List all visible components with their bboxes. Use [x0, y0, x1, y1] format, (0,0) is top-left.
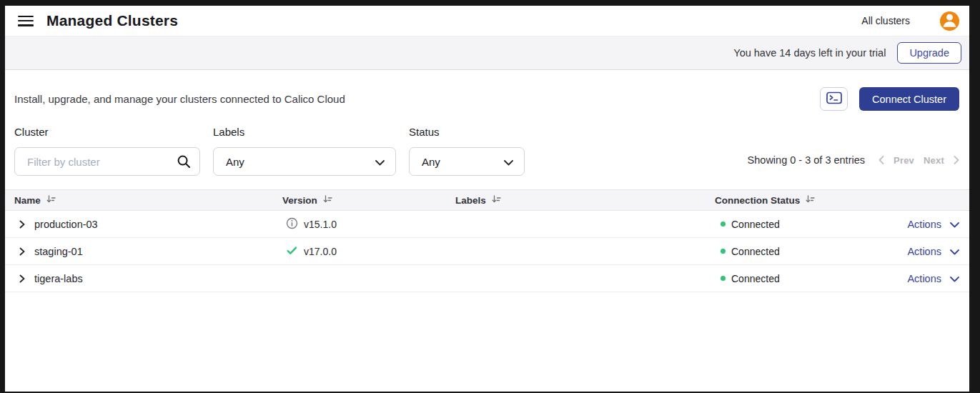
status-filter-label: Status: [409, 126, 525, 140]
user-icon: [940, 11, 959, 31]
actions-menu[interactable]: Actions: [891, 246, 959, 257]
filters-row: Cluster Labels Any: [14, 126, 959, 176]
upgrade-button[interactable]: Upgrade: [897, 42, 961, 64]
actions-label: Actions: [907, 219, 941, 230]
column-header-version[interactable]: Version: [282, 195, 455, 206]
labels-filter-label: Labels: [213, 126, 396, 140]
table-row: tigera-labs Connected Actions: [5, 265, 969, 292]
chevron-down-icon: [375, 156, 385, 168]
search-icon[interactable]: [177, 154, 191, 169]
trial-message: You have 14 days left in your trial: [733, 47, 886, 59]
column-header-connection-status[interactable]: Connection Status: [715, 195, 891, 206]
toolbar-actions: Connect Cluster: [820, 87, 959, 111]
version-cell: v15.1.0: [282, 217, 455, 232]
avatar[interactable]: [940, 11, 959, 31]
info-icon[interactable]: [286, 217, 298, 232]
status-filter-select[interactable]: Any: [409, 147, 525, 176]
check-icon: [286, 244, 298, 259]
status-text: Connected: [731, 246, 780, 257]
page-description: Install, upgrade, and manage your cluste…: [14, 93, 345, 105]
sort-icon: [323, 195, 332, 206]
version-text: v15.1.0: [304, 219, 337, 230]
nav-right: All clusters: [861, 11, 959, 31]
app-window: Managed Clusters All clusters You have 1…: [5, 6, 969, 392]
connect-cluster-button[interactable]: Connect Cluster: [859, 87, 959, 111]
status-text: Connected: [731, 219, 780, 230]
clusters-table: Name Version Labels: [5, 189, 969, 292]
terminal-icon: [826, 91, 842, 106]
pagination-summary: Showing 0 - 3 of 3 entries: [748, 154, 865, 166]
cluster-filter-input-wrap: [14, 147, 200, 176]
table-header: Name Version Labels: [5, 189, 969, 211]
next-chevron-icon[interactable]: [954, 156, 959, 164]
page-title: Managed Clusters: [46, 12, 178, 29]
top-nav: Managed Clusters All clusters: [5, 6, 969, 36]
chevron-down-icon: [950, 219, 959, 230]
status-text: Connected: [731, 273, 780, 284]
expand-row-button[interactable]: [19, 247, 29, 257]
table-row: production-03 v15.1.0 Connected Actions: [5, 211, 969, 238]
terminal-button[interactable]: [820, 87, 848, 111]
status-dot: [721, 222, 726, 227]
actions-menu[interactable]: Actions: [891, 219, 959, 230]
next-button[interactable]: Next: [924, 155, 944, 166]
labels-filter-select[interactable]: Any: [213, 147, 396, 176]
column-header-labels[interactable]: Labels: [455, 195, 715, 206]
cluster-name: production-03: [34, 219, 98, 230]
pagination: Showing 0 - 3 of 3 entries Prev Next: [748, 154, 959, 166]
sort-icon: [46, 195, 56, 206]
cluster-filter-label: Cluster: [14, 126, 200, 140]
cluster-filter-input[interactable]: [14, 147, 200, 176]
status-cell: Connected: [715, 246, 891, 257]
chevron-down-icon: [504, 156, 513, 168]
table-row: staging-01 v17.0.0 Connected Actions: [5, 238, 969, 265]
name-cell: staging-01: [14, 246, 282, 257]
chevron-down-icon: [950, 273, 959, 284]
toolbar: Install, upgrade, and manage your cluste…: [14, 87, 959, 111]
nav-left: Managed Clusters: [18, 12, 178, 29]
labels-filter: Labels Any: [213, 126, 396, 176]
version-cell: v17.0.0: [282, 244, 455, 259]
actions-label: Actions: [907, 273, 941, 284]
status-dot: [721, 276, 726, 281]
actions-menu[interactable]: Actions: [891, 273, 959, 284]
status-filter: Status Any: [409, 126, 525, 176]
name-cell: production-03: [14, 219, 282, 230]
version-text: v17.0.0: [304, 246, 337, 257]
expand-row-button[interactable]: [19, 219, 29, 229]
labels-filter-value: Any: [226, 156, 244, 168]
expand-row-button[interactable]: [19, 274, 29, 284]
sort-icon: [492, 195, 501, 206]
status-cell: Connected: [715, 219, 891, 230]
trial-banner: You have 14 days left in your trial Upgr…: [5, 36, 969, 70]
actions-label: Actions: [907, 246, 941, 257]
status-cell: Connected: [715, 273, 891, 284]
column-header-name[interactable]: Name: [14, 195, 282, 206]
menu-icon[interactable]: [18, 16, 34, 26]
prev-chevron-icon[interactable]: [878, 156, 884, 164]
cluster-scope-selector[interactable]: All clusters: [861, 15, 910, 26]
name-cell: tigera-labs: [14, 273, 282, 284]
status-dot: [721, 249, 726, 254]
cluster-filter: Cluster: [14, 126, 200, 176]
main-content: Install, upgrade, and manage your cluste…: [5, 70, 969, 392]
chevron-down-icon: [950, 246, 959, 257]
sort-icon: [806, 195, 815, 206]
cluster-name: tigera-labs: [34, 273, 83, 284]
prev-button[interactable]: Prev: [894, 155, 914, 166]
cluster-name: staging-01: [34, 246, 83, 257]
status-filter-value: Any: [422, 156, 440, 168]
